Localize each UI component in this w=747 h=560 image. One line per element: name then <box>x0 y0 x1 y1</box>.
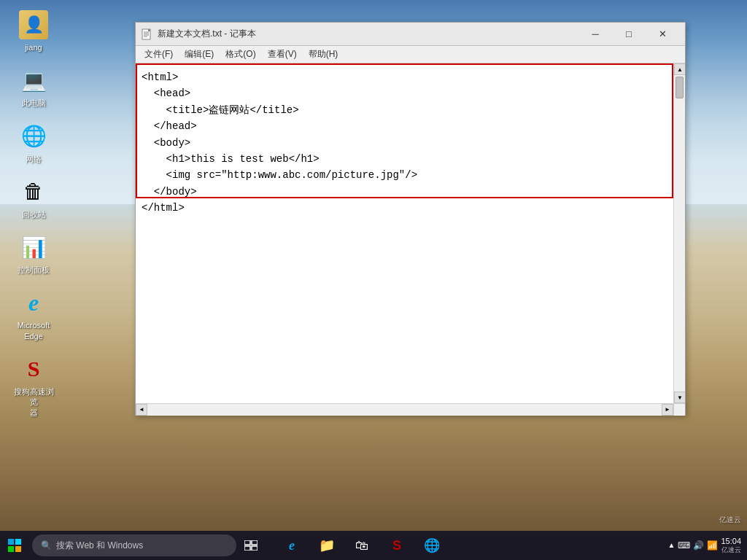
clock-time: 15:04 <box>721 536 741 546</box>
scroll-thumb-v[interactable] <box>676 77 684 98</box>
task-view-button[interactable] <box>236 531 266 560</box>
window-controls: ─ □ ✕ <box>578 23 679 46</box>
menu-help[interactable]: 帮助(H) <box>303 47 344 63</box>
menu-view[interactable]: 查看(V) <box>262 47 303 63</box>
taskbar-clock[interactable]: 15:04 亿速云 <box>721 536 741 555</box>
scroll-up-arrow[interactable]: ▲ <box>674 63 685 75</box>
desktop-icon-user-label: jiang <box>25 42 42 52</box>
taskbar-search-label: 搜索 Web 和 Windows <box>56 540 143 552</box>
recycle-icon: 🗑 <box>19 177 48 206</box>
maximize-button[interactable]: □ <box>612 23 646 46</box>
search-icon: 🔍 <box>41 540 52 551</box>
desktop-icon-edge-label: MicrosoftEdge <box>18 320 50 341</box>
window-titlebar[interactable]: 新建文本文档.txt - 记事本 ─ □ ✕ <box>136 23 685 46</box>
scroll-left-arrow[interactable]: ◄ <box>136 404 147 416</box>
scroll-right-arrow[interactable]: ► <box>662 404 673 416</box>
desktop-icon-control-panel-label: 控制面板 <box>18 265 50 275</box>
menu-file[interactable]: 文件(F) <box>139 47 179 63</box>
desktop: 👤 jiang 💻 此电脑 🌐 网络 🗑 回收站 📊 控制面板 e Micros… <box>0 0 747 560</box>
desktop-icon-user[interactable]: 👤 jiang <box>7 7 60 55</box>
taskbar-store-icon[interactable]: 🛍 <box>347 531 376 560</box>
user-icon: 👤 <box>19 10 48 39</box>
desktop-icon-recycle-label: 回收站 <box>22 209 46 219</box>
notepad-window: 新建文本文档.txt - 记事本 ─ □ ✕ 文件(F) 编辑(E) 格式(O)… <box>135 22 686 416</box>
notepad-content-area: <html> <head> <title>盗链网站</title> </head… <box>136 63 685 403</box>
menu-edit[interactable]: 编辑(E) <box>179 47 220 63</box>
taskbar-network-icon[interactable]: 🌐 <box>417 531 446 560</box>
menu-format[interactable]: 格式(O) <box>220 47 261 63</box>
scroll-track-v[interactable] <box>674 75 685 392</box>
clock-watermark: 亿速云 <box>721 546 741 555</box>
tray-network-status-icon[interactable]: 📶 <box>707 540 718 551</box>
desktop-icon-recycle[interactable]: 🗑 回收站 <box>7 174 60 222</box>
notepad-bottom-bar: ◄ ► <box>136 403 685 415</box>
horizontal-scrollbar[interactable]: ◄ ► <box>136 404 673 415</box>
store-taskbar-icon: 🛍 <box>355 538 368 553</box>
desktop-icon-network[interactable]: 🌐 网络 <box>7 119 60 167</box>
edge-taskbar-icon: e <box>289 538 295 553</box>
scroll-down-arrow[interactable]: ▼ <box>674 392 685 403</box>
tray-keyboard-icon: ⌨ <box>678 540 690 551</box>
minimize-button[interactable]: ─ <box>578 23 612 46</box>
notepad-text-editor[interactable]: <html> <head> <title>盗链网站</title> </head… <box>136 63 673 403</box>
svg-rect-7 <box>252 540 258 545</box>
desktop-icon-edge[interactable]: e MicrosoftEdge <box>7 285 60 344</box>
svg-rect-8 <box>244 546 250 551</box>
desktop-icon-control-panel[interactable]: 📊 控制面板 <box>7 230 60 278</box>
desktop-icon-sogou[interactable]: S 搜狗高速浏览器 <box>7 351 60 421</box>
sogou-icon: S <box>19 354 48 384</box>
taskbar-explorer-icon[interactable]: 📁 <box>312 531 341 560</box>
start-button[interactable] <box>0 531 29 560</box>
taskbar-search-bar[interactable]: 🔍 搜索 Web 和 Windows <box>32 534 236 556</box>
taskbar-edge-icon[interactable]: e <box>277 531 306 560</box>
svg-rect-6 <box>244 540 250 545</box>
taskbar-sogou-icon[interactable]: S <box>382 531 411 560</box>
tray-volume-icon[interactable]: 🔊 <box>693 540 704 551</box>
globe-taskbar-icon: 🌐 <box>424 537 440 553</box>
watermark: 亿速云 <box>719 515 741 525</box>
scrollbar-corner <box>673 404 685 416</box>
close-button[interactable]: ✕ <box>646 23 679 46</box>
tray-expand-icon[interactable]: ▲ <box>668 541 676 549</box>
desktop-icon-computer[interactable]: 💻 此电脑 <box>7 63 60 111</box>
scroll-track-h[interactable] <box>147 404 662 416</box>
window-title: 新建文本文档.txt - 记事本 <box>158 28 578 40</box>
notepad-app-icon <box>142 28 153 40</box>
svg-rect-9 <box>252 546 258 551</box>
control-panel-icon: 📊 <box>19 233 48 262</box>
desktop-icon-network-label: 网络 <box>26 154 42 164</box>
taskbar-tray: ▲ ⌨ 🔊 📶 15:04 亿速云 <box>668 536 747 555</box>
network-icon: 🌐 <box>19 122 48 151</box>
folder-taskbar-icon: 📁 <box>319 537 335 553</box>
desktop-icon-sogou-label: 搜狗高速浏览器 <box>10 386 57 418</box>
edge-icon: e <box>19 288 48 317</box>
svg-rect-1 <box>148 29 150 31</box>
desktop-icons-container: 👤 jiang 💻 此电脑 🌐 网络 🗑 回收站 📊 控制面板 e Micros… <box>7 7 60 421</box>
windows-logo-icon <box>8 539 21 552</box>
taskbar: 🔍 搜索 Web 和 Windows e 📁 🛍 <box>0 531 747 560</box>
system-tray-icons: ▲ ⌨ 🔊 📶 <box>668 540 719 551</box>
taskbar-running-apps: e 📁 🛍 S 🌐 <box>277 531 446 560</box>
computer-icon: 💻 <box>19 66 48 95</box>
desktop-icon-computer-label: 此电脑 <box>22 98 46 108</box>
vertical-scrollbar[interactable]: ▲ ▼ <box>673 63 685 403</box>
window-menubar: 文件(F) 编辑(E) 格式(O) 查看(V) 帮助(H) <box>136 46 685 63</box>
sogou-taskbar-icon: S <box>392 538 401 553</box>
